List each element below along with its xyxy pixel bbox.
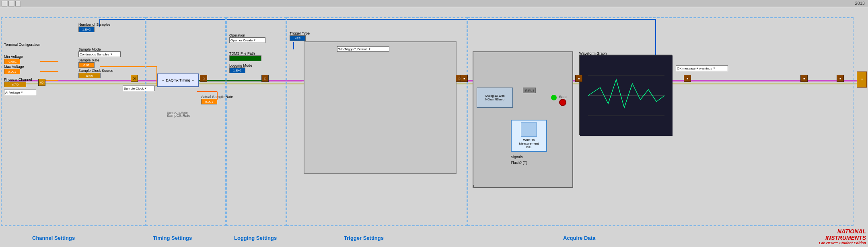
- acquire-data-section: Acquire Data: [563, 235, 595, 241]
- icon-1[interactable]: [2, 1, 7, 6]
- signals-label: Signals: [511, 155, 523, 159]
- write-measurement-block[interactable]: Write To Measurement File: [511, 120, 547, 152]
- acquire-connector-4: ■: [800, 75, 808, 82]
- actual-sample-rate-value[interactable]: 0.001: [201, 99, 217, 104]
- ni-logo: NATIONALINSTRUMENTS LabVIEW™ Student Edi…: [819, 228, 866, 245]
- acquire-connector-1: ■: [461, 75, 468, 82]
- channel-settings-border: [1, 17, 146, 226]
- status-label: status: [523, 88, 536, 93]
- tdms-file-path-label: TDMS File Path: [229, 51, 255, 55]
- daqmx-timing-block[interactable]: → DAQmx Timing ←: [157, 73, 199, 87]
- waveform-graph: [579, 55, 672, 135]
- icon-3[interactable]: [15, 1, 21, 6]
- write-measurement-icon: [521, 122, 537, 137]
- acquire-number: 1: [473, 184, 475, 188]
- sampclk-rate-label: SampClk.Rate: [167, 114, 190, 118]
- timing-settings-section: Timing Settings: [153, 235, 192, 241]
- ai-voltage-dropdown[interactable]: AI Voltage: [4, 90, 36, 95]
- ok-message-dropdown[interactable]: OK message + warnings: [676, 65, 728, 71]
- terminal-config-label: Terminal Configuration: [4, 43, 40, 47]
- channel-connector-1: 00: [38, 79, 45, 86]
- physical-channel-label: Physical Channel: [4, 78, 32, 82]
- trigger-type-value[interactable]: 4E3: [290, 35, 306, 41]
- stop-label: Stop: [559, 95, 567, 99]
- acquire-connector-5: ■: [837, 75, 844, 82]
- no-trigger-dropdown[interactable]: "No Trigger", Default: [337, 46, 389, 52]
- number-of-samples-value[interactable]: 1.E+2: [78, 27, 95, 32]
- logging-settings-section: Logging Settings: [234, 235, 277, 241]
- operation-dropdown[interactable]: Open or Create: [229, 37, 265, 43]
- icon-2[interactable]: [8, 1, 14, 6]
- stop-button[interactable]: [559, 99, 566, 106]
- logging-mode-label: Logging Mode: [229, 63, 252, 67]
- trigger-settings-section: Trigger Settings: [344, 235, 384, 241]
- error-output-block: ⚠: [857, 71, 867, 88]
- logging-settings-border: [226, 17, 286, 226]
- title-bar: 2013: [0, 0, 868, 7]
- status-indicator: [551, 95, 557, 100]
- acquire-connector-2: ■: [575, 75, 582, 82]
- number-of-samples-label: Number of Samples: [78, 22, 111, 27]
- ni-edition-text: LabVIEW™ Student Edition: [819, 241, 866, 245]
- max-voltage-label: Max Voltage: [4, 65, 24, 69]
- analog-wfm-block: Analog 1D Wfm NChan NSamp: [477, 88, 513, 108]
- sample-rate-value[interactable]: 0.01: [78, 62, 95, 68]
- min-voltage-label: Min Voltage: [4, 55, 23, 59]
- operation-label: Operation: [229, 33, 245, 37]
- year-label: 2013: [855, 1, 865, 6]
- flush-label: Flush? (T): [511, 161, 527, 165]
- physical-channel-value[interactable]: ai7/0: [4, 82, 26, 87]
- trigger-type-label: Trigger Type: [290, 31, 310, 35]
- trigger-large-box: [304, 41, 457, 174]
- min-voltage-value[interactable]: -0.001: [4, 59, 20, 64]
- sample-clock-dropdown[interactable]: Sample Clock: [123, 86, 155, 91]
- sample-mode-label: Sample Mode: [78, 47, 101, 51]
- sample-rate-label: Sample Rate: [78, 58, 99, 62]
- max-voltage-value[interactable]: 0.001: [4, 69, 20, 74]
- timing-settings-border: [146, 17, 226, 226]
- timing-connector-2: □: [200, 75, 207, 82]
- diagram: Terminal Configuration Min Voltage -0.00…: [0, 7, 868, 247]
- tdms-file-path-value[interactable]: [229, 55, 261, 61]
- logging-connector-1: □: [261, 75, 269, 82]
- timing-connector-1: 00: [131, 75, 138, 82]
- logging-mode-value[interactable]: 1.E+2: [229, 67, 245, 73]
- actual-sample-rate-label: Actual Sample Rate: [201, 95, 233, 99]
- ni-logo-text: NATIONALINSTRUMENTS: [819, 228, 866, 241]
- sample-mode-dropdown[interactable]: Continuous Samples: [78, 51, 121, 57]
- title-bar-icons: [2, 1, 21, 6]
- waveform-svg: [580, 55, 673, 136]
- acquire-connector-3: ■: [684, 75, 691, 82]
- sample-clock-source-label: Sample Clock Source: [78, 69, 113, 73]
- channel-settings-section: Channel Settings: [32, 235, 75, 241]
- sample-clock-source-value[interactable]: ai7/0: [78, 73, 101, 78]
